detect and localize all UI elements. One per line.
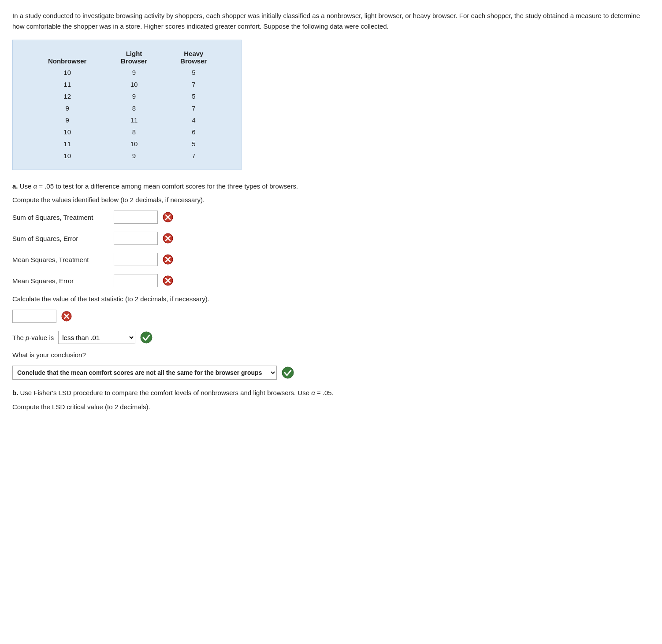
table-cell-heavy: 4 [164, 114, 223, 126]
table-cell-nonbrowser: 9 [30, 114, 104, 126]
part-b-question-text: Use Fisher's LSD procedure to compare th… [20, 389, 334, 396]
conclusion-row: Conclude that the mean comfort scores ar… [12, 366, 650, 380]
table-cell-nonbrowser: 9 [30, 102, 104, 114]
mse-row: Mean Squares, Error [12, 274, 650, 287]
mst-row: Mean Squares, Treatment [12, 253, 650, 266]
table-cell-light: 11 [104, 114, 164, 126]
sse-label: Sum of Squares, Error [12, 235, 109, 242]
compute-instruction: Compute the values identified below (to … [12, 196, 650, 204]
svg-point-15 [141, 332, 152, 343]
col3-header-sub: Browser [164, 57, 223, 67]
conclusion-select[interactable]: Conclude that the mean comfort scores ar… [12, 366, 277, 380]
table-cell-light: 8 [104, 102, 164, 114]
conclusion-check-icon [281, 366, 294, 379]
table-cell-nonbrowser: 11 [30, 78, 104, 90]
pvalue-select[interactable]: less than .01between .01 and .025between… [58, 331, 135, 344]
data-table-wrapper: Nonbrowser Light Heavy Browser Browser 1… [12, 40, 242, 170]
part-a-section: a. Use α = .05 to test for a difference … [12, 181, 650, 380]
statistic-error-icon [61, 311, 72, 322]
table-cell-heavy: 7 [164, 150, 223, 162]
col1-header: Nonbrowser [30, 48, 104, 67]
table-row: 9114 [30, 114, 223, 126]
pvalue-row: The p-value is less than .01between .01 … [12, 331, 650, 344]
col2-header-sub: Browser [104, 57, 164, 67]
sst-label: Sum of Squares, Treatment [12, 214, 109, 221]
sst-input[interactable] [114, 211, 158, 224]
sse-input[interactable] [114, 232, 158, 245]
part-a-question-text: Use α = .05 to test for a difference amo… [20, 182, 298, 190]
table-cell-light: 10 [104, 78, 164, 90]
table-cell-nonbrowser: 12 [30, 90, 104, 102]
table-cell-nonbrowser: 11 [30, 138, 104, 150]
mse-input[interactable] [114, 274, 158, 287]
data-table: Nonbrowser Light Heavy Browser Browser 1… [30, 48, 223, 162]
table-cell-light: 9 [104, 150, 164, 162]
table-row: 1086 [30, 126, 223, 138]
compute-lsd-text: Compute the LSD critical value (to 2 dec… [12, 402, 650, 412]
table-cell-light: 9 [104, 90, 164, 102]
statistic-input[interactable] [12, 310, 56, 323]
mse-label: Mean Squares, Error [12, 277, 109, 285]
pvalue-check-icon [140, 331, 153, 344]
mst-input[interactable] [114, 253, 158, 266]
statistic-row [12, 310, 650, 323]
table-cell-nonbrowser: 10 [30, 150, 104, 162]
table-row: 987 [30, 102, 223, 114]
mse-error-icon [162, 275, 174, 286]
part-a-label: a. [12, 182, 18, 190]
table-cell-heavy: 5 [164, 90, 223, 102]
table-cell-nonbrowser: 10 [30, 67, 104, 78]
statistic-instruction: Calculate the value of the test statisti… [12, 295, 650, 303]
table-row: 11107 [30, 78, 223, 90]
table-cell-heavy: 7 [164, 78, 223, 90]
part-b-label: b. [12, 389, 18, 396]
table-cell-heavy: 5 [164, 138, 223, 150]
table-cell-light: 9 [104, 67, 164, 78]
table-cell-heavy: 6 [164, 126, 223, 138]
part-a-question: a. Use α = .05 to test for a difference … [12, 181, 650, 192]
table-cell-nonbrowser: 10 [30, 126, 104, 138]
table-row: 1295 [30, 90, 223, 102]
mst-label: Mean Squares, Treatment [12, 256, 109, 263]
part-b-section: b. Use Fisher's LSD procedure to compare… [12, 388, 650, 412]
conclusion-instruction: What is your conclusion? [12, 351, 650, 359]
table-cell-light: 8 [104, 126, 164, 138]
col2-header-top: Light [104, 48, 164, 57]
col3-header-top: Heavy [164, 48, 223, 57]
sst-error-icon [162, 211, 174, 223]
table-row: 1097 [30, 150, 223, 162]
sse-error-icon [162, 233, 174, 244]
part-b-question: b. Use Fisher's LSD procedure to compare… [12, 388, 650, 398]
table-row: 11105 [30, 138, 223, 150]
mst-error-icon [162, 254, 174, 265]
table-row: 1095 [30, 67, 223, 78]
pvalue-prefix: The p-value is [12, 334, 54, 341]
svg-point-16 [282, 367, 294, 378]
sse-row: Sum of Squares, Error [12, 232, 650, 245]
table-cell-light: 10 [104, 138, 164, 150]
table-cell-heavy: 7 [164, 102, 223, 114]
table-cell-heavy: 5 [164, 67, 223, 78]
sst-row: Sum of Squares, Treatment [12, 211, 650, 224]
intro-text: In a study conducted to investigate brow… [12, 11, 650, 32]
